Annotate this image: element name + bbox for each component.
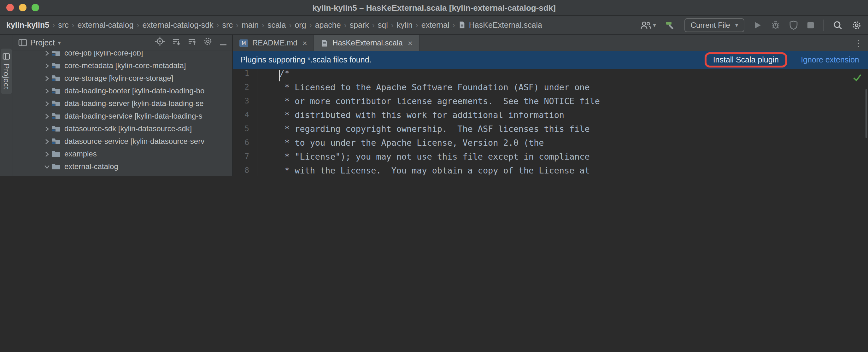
chevron-down-icon: ▾ <box>735 22 738 28</box>
search-everywhere-button[interactable] <box>833 20 843 30</box>
chevron-right-icon[interactable] <box>42 101 51 106</box>
breadcrumb-item[interactable]: sql <box>378 21 388 29</box>
project-panel-title[interactable]: Project <box>30 38 55 47</box>
breadcrumb-item[interactable]: scala <box>268 21 286 29</box>
code-editor[interactable]: 1234567891011121314151617181920 /* * Lic… <box>233 69 868 176</box>
tree-item-external-catalog[interactable]: external-catalog <box>13 160 232 173</box>
panel-settings-button[interactable] <box>203 37 213 49</box>
inspections-ok-icon[interactable] <box>853 72 862 84</box>
tree-item-external-catalog-sdk[interactable]: external-catalog-sdk [kylin-external-cat <box>13 173 232 176</box>
breadcrumb-item[interactable]: main <box>242 21 259 29</box>
run-config-label: Current File <box>691 21 730 29</box>
breadcrumb-item[interactable]: kylin <box>397 21 412 29</box>
tree-indent <box>13 154 42 154</box>
breadcrumb-item[interactable]: org <box>294 21 306 29</box>
collapse-all-button[interactable] <box>187 37 196 48</box>
chevron-right-icon[interactable] <box>42 51 51 56</box>
tree-item-label: examples <box>64 150 97 158</box>
project-stripe-label: Project <box>2 64 11 90</box>
expand-all-button[interactable] <box>172 37 180 48</box>
markdown-icon: M <box>239 39 249 47</box>
run-config-select[interactable]: Current File ▾ <box>684 18 744 32</box>
breadcrumb-separator: › <box>289 21 291 29</box>
tree-item-core-job[interactable]: core-job [kylin-core-job] <box>13 51 232 59</box>
chevron-right-icon[interactable] <box>42 138 51 144</box>
ignore-extension-button[interactable]: Ignore extension <box>801 56 859 64</box>
code-line: * distributed with this work for additio… <box>279 110 868 124</box>
hide-panel-button[interactable] <box>219 37 227 48</box>
project-stripe-button[interactable]: Project <box>1 49 12 94</box>
tree-item-label: core-metadata [kylin-core-metadata] <box>64 61 186 70</box>
breadcrumb: kylin-kylin5›src›external-catalog›extern… <box>6 21 542 29</box>
close-icon[interactable]: × <box>408 38 412 47</box>
breadcrumb-item[interactable]: apache <box>315 21 341 29</box>
breadcrumb-item[interactable]: external-catalog-sdk <box>142 21 213 29</box>
breadcrumb-separator: › <box>217 21 219 29</box>
tree-item-data-loading-server[interactable]: data-loading-server [kylin-data-loading-… <box>13 97 232 110</box>
breadcrumb-separator: › <box>391 21 394 29</box>
coverage-shield-icon <box>789 20 798 30</box>
line-number: 8 <box>233 166 249 176</box>
chevron-down-icon[interactable]: ▾ <box>58 39 61 46</box>
breadcrumb-item[interactable]: kylin-kylin5 <box>6 21 49 29</box>
main-area: Project Project ▾ core-job [kylin-core-j… <box>0 35 868 176</box>
zoom-button[interactable] <box>32 4 39 11</box>
window-controls <box>6 0 39 15</box>
breadcrumb-label: external-catalog <box>78 21 134 29</box>
breadcrumb-item[interactable]: HasKeExternal.scala <box>458 21 542 29</box>
tree-item-label: external-catalog-sdk [kylin-external-cat <box>76 175 205 176</box>
tree-item-data-loading-service[interactable]: data-loading-service [kylin-data-loading… <box>13 110 232 122</box>
chevron-right-icon[interactable] <box>42 126 51 131</box>
module-icon <box>51 124 61 134</box>
close-button[interactable] <box>6 4 14 11</box>
plugin-suggestion-banner: Plugins supporting *.scala files found. … <box>233 51 868 69</box>
chevron-right-icon[interactable] <box>42 151 51 157</box>
file-icon <box>320 39 329 47</box>
chevron-right-icon[interactable] <box>42 75 51 81</box>
gear-icon <box>851 20 862 30</box>
run-with-coverage-button[interactable] <box>789 20 798 30</box>
banner-message: Plugins supporting *.scala files found. <box>240 56 372 64</box>
tree-item-data-loading-booter[interactable]: data-loading-booter [kylin-data-loading-… <box>13 85 232 97</box>
close-icon[interactable]: × <box>303 38 307 47</box>
tree-item-datasource-service[interactable]: datasource-service [kylin-datasource-ser… <box>13 135 232 148</box>
project-tree: core-job [kylin-core-job]core-metadata [… <box>13 51 232 176</box>
breadcrumb-item[interactable]: src <box>58 21 68 29</box>
install-scala-plugin-button[interactable]: Install Scala plugin <box>713 56 779 64</box>
settings-button[interactable] <box>851 20 862 30</box>
tab-readme-md[interactable]: MREADME.md× <box>233 35 314 51</box>
breadcrumb-item[interactable]: src <box>222 21 233 29</box>
minus-icon <box>219 43 227 46</box>
tree-item-examples[interactable]: examples <box>13 148 232 160</box>
tree-item-core-metadata[interactable]: core-metadata [kylin-core-metadata] <box>13 59 232 72</box>
tab-haskeexternal-scala[interactable]: HasKeExternal.scala× <box>314 35 420 51</box>
breadcrumb-item[interactable]: external <box>422 21 450 29</box>
chevron-right-icon[interactable] <box>42 113 51 119</box>
tree-item-datasource-sdk[interactable]: datasource-sdk [kylin-datasource-sdk] <box>13 122 232 135</box>
minimize-button[interactable] <box>19 4 27 11</box>
gear-icon <box>203 37 213 46</box>
folder-icon <box>51 161 61 171</box>
breadcrumb-separator: › <box>309 21 312 29</box>
breadcrumb-item[interactable]: external-catalog <box>78 21 134 29</box>
breadcrumb-separator: › <box>236 21 239 29</box>
locate-file-button[interactable] <box>155 37 165 49</box>
module-icon <box>51 61 61 71</box>
breadcrumb-item[interactable]: spark <box>350 21 369 29</box>
run-button[interactable] <box>753 21 762 29</box>
build-project-button[interactable] <box>665 20 676 30</box>
code-line: * Licensed to the Apache Software Founda… <box>279 83 868 97</box>
chevron-down-icon[interactable] <box>42 164 51 169</box>
module-icon <box>51 51 61 58</box>
chevron-right-icon[interactable] <box>42 88 51 94</box>
user-menu-button[interactable]: ▾ <box>641 21 656 29</box>
stop-button[interactable] <box>807 21 814 29</box>
chevron-right-icon[interactable] <box>42 63 51 68</box>
tree-item-label: datasource-service [kylin-datasource-ser… <box>64 137 205 146</box>
tree-item-core-storage[interactable]: core-storage [kylin-core-storage] <box>13 72 232 85</box>
tab-options-icon[interactable]: ⋮ <box>849 38 868 48</box>
editor-scrollbar[interactable] <box>866 89 867 138</box>
project-panel-actions <box>155 37 227 49</box>
debug-button[interactable] <box>771 20 780 30</box>
breadcrumb-label: org <box>294 21 306 29</box>
